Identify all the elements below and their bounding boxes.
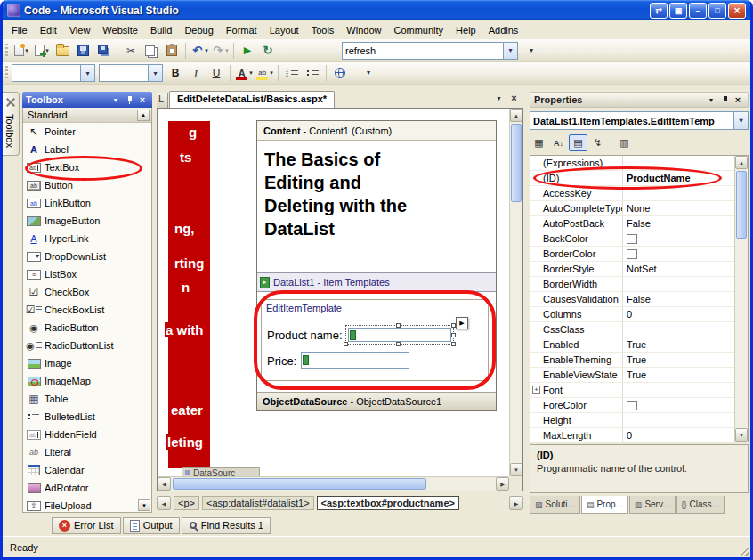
property-row-id[interactable]: (ID)ProductName	[530, 171, 734, 186]
toolbox-item-image[interactable]: Image	[23, 354, 151, 372]
scrollbar-thumb[interactable]	[173, 478, 426, 490]
minimize-button[interactable]: –	[689, 3, 707, 19]
property-row-expressions[interactable]: (Expressions)	[530, 156, 734, 171]
block-format-combo-input[interactable]	[12, 68, 80, 78]
undo-button[interactable]: ↶▾	[190, 41, 209, 61]
expand-icon[interactable]: +	[532, 386, 540, 394]
content-control[interactable]: Content - Content1 (Custom) The Basics o…	[256, 120, 497, 411]
properties-close-button[interactable]	[732, 94, 744, 106]
properties-pin-button[interactable]	[718, 94, 731, 106]
property-row-autopostback[interactable]: AutoPostBackFalse	[530, 216, 734, 231]
toolbox-item-imagebutton[interactable]: ImageButton	[23, 212, 151, 230]
scroll-right-button[interactable]	[496, 477, 509, 491]
scrollbar-thumb[interactable]	[736, 171, 747, 239]
property-value[interactable]: 0	[623, 428, 734, 442]
edit-item-template[interactable]: EditItemTemplate Product name: Price:	[261, 299, 489, 381]
property-row-columns[interactable]: Columns0	[530, 307, 734, 322]
font-name-combo[interactable]	[99, 64, 163, 82]
url-combo-input[interactable]	[343, 45, 503, 56]
menu-item-layout[interactable]: Layout	[263, 22, 305, 38]
selection-handle[interactable]	[451, 333, 456, 337]
selection-handle[interactable]	[451, 342, 456, 346]
toolbox-header[interactable]: Toolbox	[22, 92, 152, 108]
selection-handle[interactable]	[344, 342, 348, 346]
datalist-header-bar[interactable]: DataList1 - Item Templates	[257, 272, 496, 292]
product-name-textbox[interactable]	[345, 325, 454, 345]
design-surface[interactable]: gtsng,rtingna witheaterleting Content - …	[158, 109, 509, 476]
properties-view-button[interactable]: ▤	[569, 134, 587, 151]
property-value[interactable]	[623, 247, 734, 261]
menu-item-tools[interactable]: Tools	[305, 22, 341, 38]
categorized-button[interactable]: ▦	[530, 134, 548, 151]
url-combo-arrow-icon[interactable]	[503, 43, 517, 59]
scroll-down-button[interactable]	[510, 463, 522, 476]
scroll-down-button[interactable]	[735, 428, 748, 442]
property-value[interactable]	[623, 398, 734, 412]
menu-item-website[interactable]: Website	[96, 22, 144, 38]
property-row-bordercolor[interactable]: BorderColor	[530, 247, 734, 262]
highlight-button[interactable]: ab▾	[255, 63, 274, 83]
url-combo[interactable]	[342, 42, 518, 60]
menu-item-file[interactable]: File	[5, 22, 34, 38]
toolbox-item-listbox[interactable]: ≡ListBox	[23, 265, 151, 283]
property-row-accesskey[interactable]: AccessKey	[530, 186, 734, 201]
toolbox-item-hyperlink[interactable]: AHyperLink	[23, 230, 151, 248]
property-value[interactable]	[623, 322, 734, 337]
object-selector-combo[interactable]: DataList1.ItemTemplates.EditItemTemp	[530, 111, 749, 130]
property-row-height[interactable]: Height	[530, 413, 734, 428]
property-value[interactable]: ProductName	[623, 171, 734, 185]
numbered-list-button[interactable]	[282, 63, 302, 83]
close-document-button[interactable]	[507, 92, 521, 104]
tab-server-explorer[interactable]: ▥Serv...	[629, 496, 676, 514]
property-value[interactable]: True	[623, 353, 734, 367]
cut-button[interactable]: ✂	[121, 41, 141, 61]
toolbox-item-bulletedlist[interactable]: BulletedList	[23, 408, 151, 426]
product-name-textbox-field[interactable]	[348, 328, 451, 342]
selection-handle[interactable]	[396, 323, 401, 328]
smart-tag-button[interactable]	[456, 317, 468, 329]
editor-tab-partial[interactable]: L	[157, 93, 168, 108]
property-row-borderwidth[interactable]: BorderWidth	[530, 277, 734, 292]
redo-button[interactable]: ↷▾	[210, 41, 230, 61]
font-name-combo-arrow-icon[interactable]	[148, 65, 162, 81]
menu-item-community[interactable]: Community	[387, 22, 449, 38]
toolbox-item-imagemap[interactable]: ImageMap	[23, 372, 151, 390]
menu-item-window[interactable]: Window	[340, 22, 387, 38]
property-row-borderstyle[interactable]: BorderStyleNotSet	[530, 262, 734, 277]
content-control-header[interactable]: Content - Content1 (Custom)	[257, 121, 496, 141]
start-debug-button[interactable]: ▶	[238, 41, 257, 61]
block-format-combo-arrow-icon[interactable]	[80, 65, 94, 81]
property-row-enabled[interactable]: EnabledTrue	[530, 337, 734, 353]
property-value[interactable]	[623, 231, 734, 246]
clipped-control[interactable]: DataSourc	[182, 467, 260, 476]
menu-item-format[interactable]: Format	[220, 22, 263, 38]
property-row-font[interactable]: +Font	[530, 383, 734, 398]
tab-output[interactable]: Output	[123, 517, 180, 534]
resize-grip[interactable]	[738, 545, 749, 556]
toolbox-item-button[interactable]: abButton	[23, 176, 151, 194]
underline-button[interactable]: U	[206, 63, 226, 83]
block-format-combo[interactable]	[12, 64, 95, 82]
italic-button[interactable]: I	[186, 63, 206, 83]
toolbox-item-radiobutton[interactable]: ◉RadioButton	[23, 319, 151, 337]
toolbox-item-adrotator[interactable]: AdRotator	[23, 479, 151, 497]
property-value[interactable]: True	[623, 337, 734, 352]
property-row-enableviewstate[interactable]: EnableViewStateTrue	[530, 368, 734, 383]
format-toolbar-options-button[interactable]: ▾	[359, 63, 378, 83]
properties-scrollbar[interactable]	[734, 156, 748, 442]
refresh-view-button[interactable]: ↻	[258, 41, 278, 61]
property-value[interactable]	[623, 156, 734, 170]
menu-item-view[interactable]: View	[63, 22, 97, 38]
property-value[interactable]: False	[623, 292, 734, 306]
toolbox-item-textbox[interactable]: abTextBox	[23, 158, 151, 176]
titlebar[interactable]: Code - Microsoft Visual Studio ⇄▣–□×	[3, 0, 750, 20]
scrollbar-thumb[interactable]	[511, 124, 522, 202]
scroll-up-button[interactable]	[735, 156, 748, 169]
property-row-forecolor[interactable]: ForeColor	[530, 398, 734, 413]
tag-nav-back-button[interactable]	[157, 496, 171, 510]
editor-horizontal-scrollbar[interactable]	[158, 476, 509, 491]
toolbox-item-checkbox[interactable]: ☑CheckBox	[23, 283, 151, 301]
toolbox-item-table[interactable]: ▦Table	[23, 390, 151, 408]
tab-error-list[interactable]: Error List	[52, 517, 121, 534]
toolbox-item-linkbutton[interactable]: abLinkButton	[23, 194, 151, 212]
